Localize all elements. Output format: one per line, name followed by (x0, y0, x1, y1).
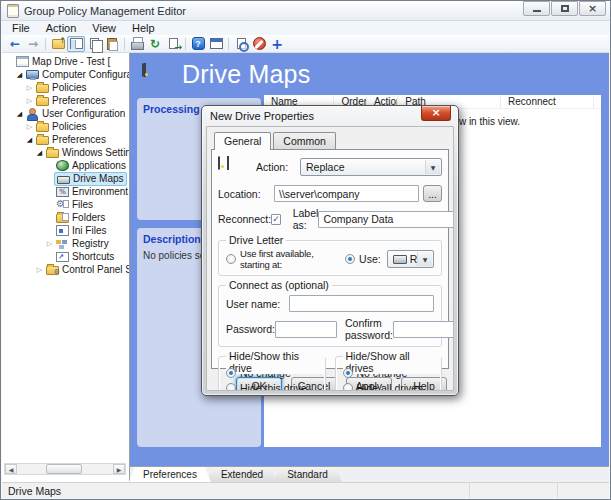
dialog-tab[interactable]: Common (273, 132, 336, 149)
action-dropdown[interactable]: Replace ▼ (300, 158, 442, 176)
close-button[interactable]: × (579, 1, 606, 16)
tree-item[interactable]: Applications (2, 159, 129, 172)
maximize-button[interactable] (551, 1, 578, 16)
column-header-filler (594, 95, 601, 108)
radio-option[interactable]: Hide this drive (226, 382, 318, 391)
toolbar-button[interactable] (67, 36, 85, 52)
view-tab[interactable]: Extended (207, 467, 277, 482)
toolbar-button[interactable] (146, 36, 164, 52)
scroll-right-arrow-icon[interactable]: ▶ (113, 464, 125, 474)
scrollbar-thumb[interactable] (46, 464, 82, 474)
tree-item[interactable]: Shortcuts (2, 250, 129, 263)
title-bar[interactable]: Group Policy Management Editor (1, 1, 610, 21)
tree-item[interactable]: Files (2, 198, 129, 211)
menu-item[interactable]: Action (38, 21, 85, 35)
files-icon (56, 199, 69, 210)
toolbar (2, 35, 609, 53)
toolbar-button[interactable] (24, 36, 42, 52)
toolbar-button[interactable] (232, 36, 250, 52)
tree-horizontal-scrollbar[interactable]: ◀ ▶ (4, 463, 126, 475)
toolbar-button[interactable] (250, 36, 268, 52)
tree-expander-icon[interactable]: ▷ (35, 266, 44, 274)
menu-item[interactable]: View (84, 21, 124, 35)
dialog-close-button[interactable]: × (421, 106, 451, 121)
tree-item[interactable]: ▷ Policies (2, 120, 129, 133)
toolbar-button[interactable] (85, 36, 103, 52)
reconnect-checkbox[interactable] (271, 214, 281, 225)
tree-item[interactable]: Drive Maps (2, 172, 129, 185)
export-list-icon (169, 38, 178, 49)
tree-expander-icon[interactable]: ▷ (25, 84, 34, 92)
tree-item[interactable]: ◢ Windows Settings (2, 146, 129, 159)
radio-option[interactable]: Hide all drives (343, 382, 435, 391)
action-label: Action: (256, 161, 300, 173)
tree-item[interactable]: ▷ Policies (2, 81, 129, 94)
control-panel-icon (46, 266, 59, 275)
menu-item[interactable]: File (4, 21, 38, 35)
dialog-tabs: General Common (211, 132, 449, 149)
view-tab[interactable]: Standard (273, 467, 342, 482)
tree-item[interactable]: ▷ Control Panel Setting (2, 263, 129, 276)
maximize-icon (561, 5, 569, 12)
hide-show-all-drives-group: Hide/Show all drives No change Hide all … (335, 356, 443, 391)
use-label: Use: (359, 253, 381, 265)
folder-icon (36, 84, 49, 93)
tree-item-label: Folders (72, 212, 105, 224)
use-first-available-radio[interactable] (226, 254, 236, 264)
radio-icon (226, 383, 236, 391)
confirm-password-input[interactable] (393, 321, 454, 338)
minimize-button[interactable] (523, 1, 550, 16)
toolbar-button[interactable] (103, 36, 121, 52)
tree-expander-icon[interactable]: ▷ (45, 240, 54, 248)
tree-item[interactable]: ◢ User Configuration (2, 107, 129, 120)
drive-letter-group: Drive Letter Use first available, starti… (218, 240, 442, 276)
drive-letter-dropdown[interactable]: R ▼ (387, 250, 434, 268)
new-drive-properties-dialog: New Drive Properties × General Common Ac… (201, 105, 459, 396)
toolbar-button[interactable] (268, 36, 286, 52)
toolbar-separator (185, 38, 186, 50)
use-radio[interactable] (345, 254, 355, 264)
window-controls: × (522, 1, 606, 16)
tree-expander-icon[interactable]: ◢ (15, 110, 24, 118)
dialog-tab[interactable]: General (214, 132, 271, 150)
toolbar-button[interactable] (189, 36, 207, 52)
location-input[interactable] (274, 185, 419, 202)
view-tab[interactable]: Preferences (129, 467, 211, 482)
label-as-input[interactable] (318, 211, 454, 228)
password-input[interactable] (275, 321, 337, 338)
scroll-left-arrow-icon[interactable]: ◀ (5, 464, 17, 474)
drive-icon (57, 176, 70, 184)
toolbar-separator (228, 38, 229, 50)
status-segment (557, 483, 609, 498)
tree-expander-icon[interactable]: ◢ (25, 136, 34, 144)
column-header[interactable]: Reconnect (501, 95, 594, 108)
tree-expander-icon[interactable]: ◢ (35, 149, 44, 157)
tree-item[interactable]: Ini Files (2, 224, 129, 237)
toolbar-button[interactable] (164, 36, 182, 52)
drive-letter-icon (393, 255, 407, 264)
up-one-level-icon (52, 39, 65, 49)
tree-expander-icon[interactable]: ◢ (15, 71, 24, 79)
dialog-title-bar[interactable]: New Drive Properties (202, 106, 458, 126)
tree-item[interactable]: ▷ Registry (2, 237, 129, 250)
toolbar-button[interactable] (6, 36, 24, 52)
user-name-input[interactable] (289, 295, 434, 312)
tree-item[interactable]: Map Drive - Test [ .ROCK (2, 55, 129, 68)
tree-expander-icon[interactable]: ▷ (25, 97, 34, 105)
tree-item[interactable]: ◢ Preferences (2, 133, 129, 146)
toolbar-button[interactable] (207, 36, 225, 52)
menu-item[interactable]: Help (124, 21, 163, 35)
browse-button[interactable]: ... (423, 185, 442, 202)
tree-item[interactable]: ▷ Preferences (2, 94, 129, 107)
ini-icon (56, 225, 69, 236)
tree-item-label: Shortcuts (72, 251, 114, 263)
user-name-label: User name: (226, 298, 289, 310)
tree-item[interactable]: ◢ Computer Configuration (2, 68, 129, 81)
tree-item[interactable]: Environment (2, 185, 129, 198)
tree-expander-icon[interactable]: ▷ (25, 123, 34, 131)
folder-icon (36, 97, 49, 106)
tree-item[interactable]: Folders (2, 211, 129, 224)
hide-show-this-drive-title: Hide/Show this drive (226, 350, 325, 374)
toolbar-button[interactable] (128, 36, 146, 52)
toolbar-button[interactable] (49, 36, 67, 52)
